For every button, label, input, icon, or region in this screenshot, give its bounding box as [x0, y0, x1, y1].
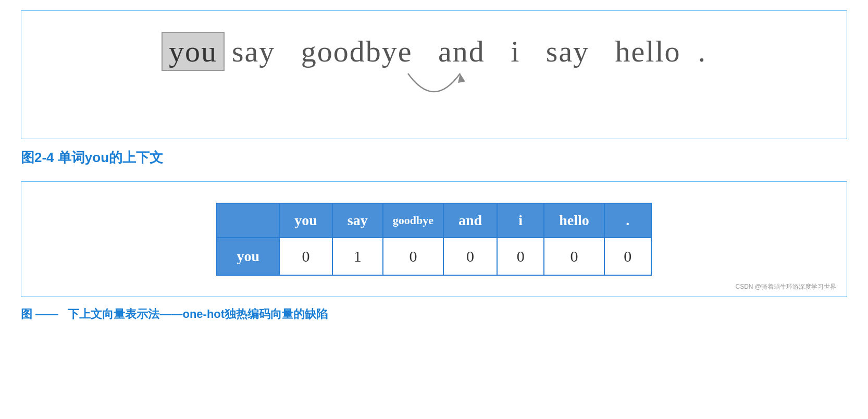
watermark-text: CSDN @骑着蜗牛环游深度学习世界	[735, 282, 836, 291]
figure-1-box: you say goodbye and i say hello .	[21, 10, 847, 139]
row-label-you: you	[217, 238, 279, 275]
sentence-display: you say goodbye and i say hello .	[42, 27, 826, 71]
figure-2-box: you say goodbye and i hello . you 0 1 0 …	[21, 181, 847, 297]
header-and: and	[443, 203, 497, 238]
header-hello: hello	[544, 203, 604, 238]
header-empty	[217, 203, 279, 238]
header-period: .	[604, 203, 651, 238]
header-goodbye: goodbye	[383, 203, 443, 238]
vocab-table: you say goodbye and i hello . you 0 1 0 …	[216, 203, 651, 276]
header-you: you	[279, 203, 332, 238]
arrow-container	[42, 71, 826, 113]
cell-you-say: 1	[332, 238, 383, 275]
table-container: you say goodbye and i hello . you 0 1 0 …	[42, 203, 826, 276]
cell-you-period: 0	[604, 238, 651, 275]
cell-you-i: 0	[497, 238, 544, 275]
header-i: i	[497, 203, 544, 238]
word-you-highlight: you	[162, 32, 225, 71]
cell-you-you: 0	[279, 238, 332, 275]
svg-marker-0	[456, 73, 465, 83]
context-arrow	[377, 71, 491, 113]
sentence-rest-text: say goodbye and i say hello .	[232, 34, 706, 69]
cell-you-and: 0	[443, 238, 497, 275]
figure-1-caption: 图2-4 单词you的上下文	[21, 149, 847, 167]
bottom-caption: 图 —— 下上文向量表示法——one-hot独热编码向量的缺陷	[21, 306, 847, 322]
header-say: say	[332, 203, 383, 238]
cell-you-goodbye: 0	[383, 238, 443, 275]
table-header-row: you say goodbye and i hello .	[217, 203, 651, 238]
cell-you-hello: 0	[544, 238, 604, 275]
table-data-row: you 0 1 0 0 0 0 0	[217, 238, 651, 275]
